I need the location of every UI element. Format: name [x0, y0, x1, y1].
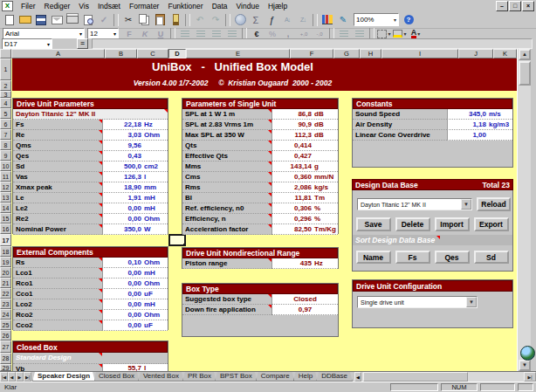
parameter-value-cell[interactable]: 0,00Ohm [102, 310, 168, 320]
db-save-button[interactable]: Save [356, 217, 391, 231]
print-icon[interactable] [65, 13, 79, 26]
minimize-icon[interactable]: – [496, 1, 508, 11]
formula-input[interactable] [92, 38, 533, 49]
insert-hyperlink-icon[interactable] [233, 13, 247, 26]
sort-fs-button[interactable]: Fs [395, 251, 430, 264]
parameter-value-cell[interactable]: 0,306% [271, 203, 338, 214]
parameter-value-cell[interactable]: 500,0cm2 [102, 162, 168, 172]
tab-closed-box[interactable]: Closed Box [93, 372, 140, 382]
column-header-e[interactable]: E [186, 49, 290, 58]
first-tab-icon[interactable]: |◀ [0, 372, 8, 382]
paste-function-icon[interactable] [265, 13, 278, 26]
save-icon[interactable] [34, 13, 48, 26]
edit-formula-button[interactable]: = [77, 38, 88, 49]
restore-icon[interactable]: □ [509, 1, 521, 11]
tab-bpst-box[interactable]: BPST Box [215, 372, 258, 382]
db-export-button[interactable]: Export [474, 217, 509, 231]
parameter-value-cell[interactable]: 0,97 [271, 305, 338, 315]
parameter-value-cell[interactable]: 3,03Ohm [102, 130, 168, 141]
last-tab-icon[interactable]: ▶| [24, 372, 31, 382]
menu-filer[interactable]: Filer [17, 2, 40, 10]
database-select[interactable]: Dayton Titanic 12" MK II▼ [357, 198, 472, 210]
row-header-10[interactable]: 10 [0, 161, 11, 171]
column-header-g[interactable]: G [333, 49, 360, 58]
parameter-value-cell[interactable]: 0,414 [271, 141, 338, 151]
format-painter-icon[interactable] [168, 13, 182, 26]
autosum-icon[interactable] [249, 13, 263, 26]
row-header-24[interactable]: 24 [0, 309, 11, 320]
scroll-up-icon[interactable]: ▲ [519, 49, 531, 60]
row-header-23[interactable]: 23 [0, 299, 11, 309]
cut-icon[interactable] [121, 13, 135, 26]
row-header-7[interactable]: 7 [0, 129, 11, 140]
row-header-1[interactable]: 1 [0, 58, 11, 80]
scroll-down-icon[interactable]: ▼ [519, 360, 531, 371]
parameter-value-cell[interactable]: 350,0W [102, 224, 168, 235]
row-header-4[interactable]: 4 [0, 98, 11, 108]
parameter-value-cell[interactable]: 1,00 [447, 130, 512, 141]
parameter-value-cell[interactable]: 1,18kg/m3 [447, 120, 512, 130]
menu-formater[interactable]: Formater [125, 2, 163, 10]
spelling-icon[interactable] [97, 13, 111, 26]
globe-icon[interactable] [520, 346, 535, 361]
row-header-3[interactable]: 3 [0, 91, 11, 98]
parameter-value-cell[interactable]: 0,00mH [102, 299, 168, 310]
parameter-value-cell[interactable]: Closed [271, 294, 338, 305]
sort-qes-button[interactable]: Qes [435, 251, 470, 264]
row-header-9[interactable]: 9 [0, 150, 11, 161]
column-header-h[interactable]: H [360, 49, 381, 58]
parameter-value-cell[interactable]: 143,14g [271, 162, 338, 172]
row-header-5[interactable]: 5 [0, 108, 11, 119]
mail-icon[interactable] [50, 13, 64, 26]
undo-icon[interactable] [193, 13, 207, 26]
app-icon[interactable]: X [2, 1, 13, 11]
drive-unit-name-cell[interactable]: Dayton Titanic 12" MK II [13, 109, 168, 120]
parameter-value-cell[interactable]: 126,3l [102, 172, 168, 182]
reload-button[interactable]: Reload [477, 197, 511, 211]
vertical-scrollbar[interactable]: ▲ ▼ [517, 49, 531, 371]
parameter-value-cell[interactable]: 90,9dB [271, 120, 338, 130]
row-header-22[interactable]: 22 [0, 288, 11, 299]
tab-help[interactable]: Help [293, 372, 318, 382]
db-delete-button[interactable]: Delete [395, 217, 430, 231]
row-header-26[interactable]: 26 [0, 330, 11, 340]
parameter-value-cell[interactable]: 0,43 [102, 151, 168, 162]
parameter-value-cell[interactable]: 9,56 [102, 141, 168, 151]
parameter-value-cell[interactable]: 0,00mH [102, 268, 168, 279]
menu-indsæt[interactable]: Indsæt [93, 2, 125, 10]
open-icon[interactable] [18, 13, 32, 26]
row-header-12[interactable]: 12 [0, 182, 11, 192]
menu-data[interactable]: Data [208, 2, 232, 10]
chart-wizard-icon[interactable] [320, 13, 334, 26]
parameter-value-cell[interactable]: 0,00uF [102, 289, 168, 299]
selected-cell-d17[interactable] [168, 234, 186, 246]
parameter-value-cell[interactable]: 0,296% [271, 214, 338, 224]
row-header-28[interactable]: 28 [0, 353, 11, 364]
zoom-select[interactable]: 100%▾ [354, 13, 399, 26]
parameter-value-cell[interactable]: 0,00mH [102, 203, 168, 214]
print-preview-icon[interactable] [81, 13, 95, 26]
parameter-value-cell[interactable]: 82,50Tm/Kg [271, 224, 338, 235]
tab-vented-box[interactable]: Vented Box [138, 372, 184, 382]
tab-compare[interactable]: Compare [256, 372, 295, 382]
drawing-icon[interactable] [336, 13, 350, 26]
parameter-value-cell[interactable]: 1,91mH [102, 193, 168, 203]
parameter-value-cell[interactable]: 11,81Tm [271, 193, 338, 203]
select-all-corner[interactable] [0, 49, 11, 58]
parameter-value-cell[interactable]: 86,8dB [271, 109, 338, 120]
parameter-value-cell[interactable]: 0,360mm/N [271, 172, 338, 182]
tab-pr-box[interactable]: PR Box [182, 372, 216, 382]
column-header-b[interactable]: B [105, 49, 137, 58]
sort-sd-button[interactable]: Sd [474, 251, 509, 264]
horizontal-scroll-thumb[interactable] [363, 372, 468, 382]
parameter-value-cell[interactable]: 22,18Hz [102, 120, 168, 130]
drive-config-select[interactable]: Single drive unit▼ [357, 296, 478, 308]
redo-icon[interactable] [209, 13, 223, 26]
row-header-6[interactable]: 6 [0, 119, 11, 129]
tab-split-handle[interactable]: ◀ [354, 372, 361, 382]
copy-icon[interactable] [137, 13, 151, 26]
parameter-value-cell[interactable]: 0,00Ohm [102, 214, 168, 224]
close-icon[interactable]: × [522, 1, 534, 11]
row-header-16[interactable]: 16 [0, 224, 11, 234]
column-header-f[interactable]: F [290, 49, 333, 58]
